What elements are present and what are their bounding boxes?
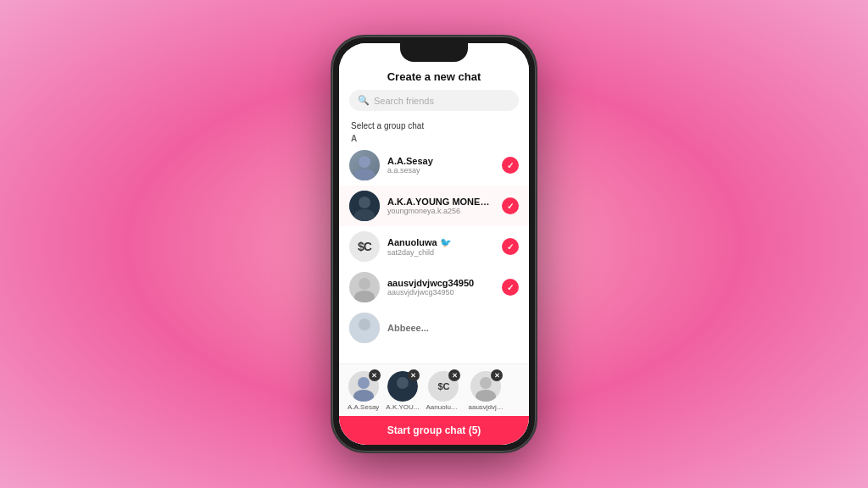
start-group-chat-button[interactable]: Start group chat (5) xyxy=(339,416,529,445)
selected-avatar: ✕ xyxy=(348,371,379,402)
selected-strip: ✕ A.A.Sesay ✕ A.K.YOU... xyxy=(339,363,529,416)
contact-item[interactable]: Abbeee... xyxy=(339,308,529,348)
selected-avatar-item[interactable]: $C ✕ Aanuoluwa... xyxy=(426,371,461,411)
phone-notch xyxy=(400,43,468,62)
svg-point-6 xyxy=(354,291,375,302)
search-icon: 🔍 xyxy=(358,95,370,106)
svg-point-8 xyxy=(359,319,370,330)
phone-frame: Create a new chat 🔍 Search friends Selec… xyxy=(332,36,536,452)
contact-info: Aanuoluwa 🐦 sat2day_child xyxy=(387,237,494,257)
selected-avatar-item[interactable]: ✕ A.A.Sesay xyxy=(348,371,379,411)
selected-label: aausvjdvjw... xyxy=(468,403,504,411)
avatar xyxy=(349,150,380,180)
selected-avatar-item[interactable]: ✕ A.K.YOU... xyxy=(386,371,419,411)
avatar xyxy=(349,313,380,343)
selected-avatar-item[interactable]: ✕ aausvjdvjw... xyxy=(468,371,504,411)
avatar: $C xyxy=(349,231,380,262)
contact-item[interactable]: A.A.Sesay a.a.sesay xyxy=(339,145,529,186)
svg-point-5 xyxy=(359,278,370,290)
check-icon[interactable] xyxy=(502,279,519,296)
selected-avatar: $C ✕ xyxy=(428,371,459,402)
contact-info: A.K.A.YOUNG MONEY OFFICI... youngmoneya.… xyxy=(387,197,494,215)
avatar xyxy=(349,272,380,302)
contact-item[interactable]: $C Aanuoluwa 🐦 sat2day_child xyxy=(339,226,529,267)
svg-point-1 xyxy=(354,169,375,180)
screen-title: Create a new chat xyxy=(349,70,519,83)
contact-info: A.A.Sesay a.a.sesay xyxy=(387,156,494,175)
section-label: Select a group chat xyxy=(339,118,529,132)
selected-avatar: ✕ xyxy=(470,371,501,402)
remove-badge[interactable]: ✕ xyxy=(491,369,503,381)
contact-name: Aanuoluwa 🐦 xyxy=(387,237,494,248)
check-icon[interactable] xyxy=(502,157,519,174)
svg-point-13 xyxy=(480,377,492,389)
selected-avatar: ✕ xyxy=(387,371,418,402)
screen-header: Create a new chat xyxy=(339,65,529,90)
contact-item[interactable]: aausvjdvjwcg34950 aausvjdvjwcg34950 xyxy=(339,267,529,308)
contacts-list: A.A.Sesay a.a.sesay A. xyxy=(339,145,529,363)
contact-info: Abbeee... xyxy=(387,323,519,333)
contact-item[interactable]: A.K.A.YOUNG MONEY OFFICI... youngmoneya.… xyxy=(339,186,529,226)
contact-name: A.K.A.YOUNG MONEY OFFICI... xyxy=(387,197,494,207)
check-icon[interactable] xyxy=(502,238,519,255)
svg-point-14 xyxy=(476,390,496,402)
contact-name: A.A.Sesay xyxy=(387,156,494,166)
search-input[interactable]: Search friends xyxy=(374,96,434,106)
contact-name: aausvjdvjwcg34950 xyxy=(387,278,494,288)
app-screen: Create a new chat 🔍 Search friends Selec… xyxy=(339,43,529,445)
phone-inner: Create a new chat 🔍 Search friends Selec… xyxy=(339,43,529,445)
svg-point-9 xyxy=(358,377,370,389)
remove-badge[interactable]: ✕ xyxy=(408,369,420,381)
selected-label: A.K.YOU... xyxy=(386,403,419,411)
selected-label: Aanuoluwa... xyxy=(426,403,461,411)
alpha-label: A xyxy=(339,132,529,145)
svg-point-3 xyxy=(359,197,370,208)
contact-info: aausvjdvjwcg34950 aausvjdvjwcg34950 xyxy=(387,278,494,297)
search-bar[interactable]: 🔍 Search friends xyxy=(349,90,519,111)
svg-point-0 xyxy=(359,156,370,168)
contact-handle: sat2day_child xyxy=(387,248,494,257)
svg-point-12 xyxy=(397,377,409,389)
contact-handle: a.a.sesay xyxy=(387,166,494,175)
selected-label: A.A.Sesay xyxy=(348,403,379,411)
check-icon[interactable] xyxy=(502,197,519,214)
contact-name: Abbeee... xyxy=(387,323,519,333)
remove-badge[interactable]: ✕ xyxy=(448,369,460,381)
avatar xyxy=(349,191,380,221)
contact-handle: youngmoneya.k.a256 xyxy=(387,207,494,215)
remove-badge[interactable]: ✕ xyxy=(369,369,381,381)
contact-handle: aausvjdvjwcg34950 xyxy=(387,288,494,297)
svg-point-10 xyxy=(353,390,374,402)
